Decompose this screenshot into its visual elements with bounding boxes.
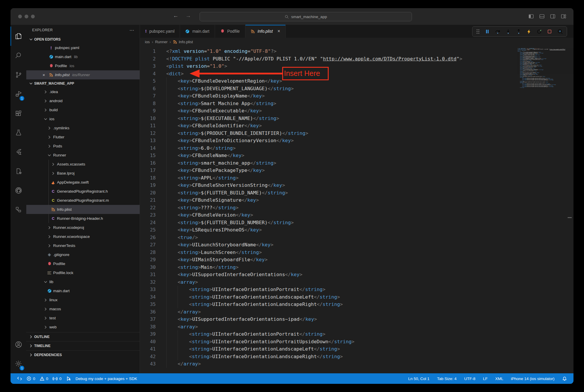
- code-line[interactable]: 26<true/>: [140, 234, 573, 241]
- code-line[interactable]: 43</array>: [140, 360, 573, 368]
- status-warnings[interactable]: 0: [40, 376, 48, 381]
- code-line[interactable]: 37<key>UISupportedInterfaceOrientations~…: [140, 316, 573, 323]
- tree-file-generatedpluginregistrant-m[interactable]: CGeneratedPluginRegistrant.m: [26, 196, 140, 205]
- code-line[interactable]: 32<array>: [140, 278, 573, 286]
- activity-extensions[interactable]: [11, 104, 26, 123]
- step-into-button[interactable]: [505, 29, 511, 35]
- code-line[interactable]: 21<key>CFBundleSignature</key>: [140, 196, 573, 204]
- tree-folder-runner-xcodeproj[interactable]: Runner.xcodeproj: [26, 223, 140, 232]
- tree-folder-assets-xcassets[interactable]: Assets.xcassets: [26, 160, 140, 169]
- pause-button[interactable]: [484, 29, 490, 34]
- toggle-panel-bottom[interactable]: [539, 13, 545, 19]
- section-outline[interactable]: OUTLINE: [26, 332, 140, 341]
- open-editors-header[interactable]: OPEN EDITORS: [26, 35, 140, 43]
- open-editor-item[interactable]: !pubspec.yaml: [26, 43, 140, 52]
- status-ports[interactable]: 0: [53, 376, 62, 381]
- step-out-button[interactable]: [516, 29, 522, 35]
- code-line[interactable]: 28<string>LaunchScreen</string>: [140, 249, 573, 256]
- open-editor-item[interactable]: Podfileios: [26, 61, 140, 70]
- code-line[interactable]: 31<key>UISupportedInterfaceOrientations<…: [140, 271, 573, 278]
- code-line[interactable]: 2<!DOCTYPE plist PUBLIC "-//Apple//DTD P…: [140, 55, 573, 63]
- toggle-layout-customize[interactable]: [561, 13, 566, 19]
- tree-folder-macos[interactable]: macos: [26, 304, 140, 313]
- more-actions-icon[interactable]: ⋯: [129, 27, 134, 33]
- code-line[interactable]: 18<string>APPL</string>: [140, 174, 573, 182]
- code-line[interactable]: 23<key>CFBundleVersion</key>: [140, 211, 573, 219]
- tree-file-podfile[interactable]: Podfile: [26, 259, 140, 268]
- inspector-button[interactable]: [557, 28, 563, 35]
- status-encoding[interactable]: UTF-8: [464, 377, 475, 381]
- tab-info-plist[interactable]: Info.plist×: [245, 25, 286, 38]
- breadcrumb-item[interactable]: Info.plist: [173, 40, 193, 44]
- tree-file-generatedpluginregistrant-h[interactable]: CGeneratedPluginRegistrant.h: [26, 187, 140, 196]
- status-eol[interactable]: LF: [483, 377, 488, 381]
- activity-github[interactable]: [11, 181, 26, 200]
- code-line[interactable]: 8<string>Smart Machine App</string>: [140, 100, 573, 107]
- breadcrumb-item[interactable]: ios: [145, 40, 150, 44]
- code-line[interactable]: 41<string>UIInterfaceOrientationLandscap…: [140, 345, 573, 353]
- activity-flutter[interactable]: [11, 142, 26, 161]
- zoom-window-button[interactable]: [31, 15, 35, 18]
- forward-arrow-icon[interactable]: →: [186, 13, 191, 19]
- code-editor[interactable]: 1<?xml version="1.0" encoding="UTF-8"?>2…: [140, 46, 573, 373]
- status-language-mode[interactable]: XML: [495, 377, 503, 381]
- close-icon[interactable]: ×: [40, 72, 48, 77]
- code-line[interactable]: 34<string>UIInterfaceOrientationLandscap…: [140, 293, 573, 301]
- status-cursor-position[interactable]: Ln 50, Col 1: [408, 377, 429, 381]
- tree-folder-pods[interactable]: Pods: [26, 142, 140, 151]
- code-line[interactable]: 5<key>CFBundleDevelopmentRegion</key>: [140, 77, 573, 85]
- activity-testing[interactable]: [11, 123, 26, 142]
- status-flutter-device[interactable]: iPhone 14 (ios simulator): [511, 377, 554, 381]
- activity-references[interactable]: [11, 200, 26, 219]
- breadcrumb-item[interactable]: Runner: [155, 40, 168, 44]
- activity-file-gear[interactable]: [11, 161, 26, 181]
- code-line[interactable]: 3<plist version="1.0">: [140, 62, 573, 70]
- status-debug-config[interactable]: Debug my code + packages + SDK: [76, 377, 137, 381]
- tree-folder--symlinks[interactable]: .symlinks: [26, 123, 140, 133]
- tree-file-runner-bridging-header-h[interactable]: CRunner-Bridging-Header.h: [26, 214, 140, 223]
- close-window-button[interactable]: [18, 15, 22, 18]
- code-line[interactable]: 16<string>smart_machine_app</string>: [140, 159, 573, 167]
- code-line[interactable]: 7<key>CFBundleDisplayName</key>: [140, 92, 573, 100]
- code-line[interactable]: 20<string>$(FLUTTER_BUILD_NAME)</string>: [140, 189, 573, 197]
- tree-file-info-plist[interactable]: Info.plist: [26, 205, 140, 214]
- toggle-panel-left[interactable]: [528, 13, 534, 19]
- code-line[interactable]: 9<key>CFBundleExecutable</key>: [140, 107, 573, 115]
- tree-folder-android[interactable]: android: [26, 96, 140, 105]
- code-line[interactable]: 24<string>$(FLUTTER_BUILD_NUMBER)</strin…: [140, 219, 573, 227]
- code-line[interactable]: 27<key>UILaunchStoryboardName</key>: [140, 241, 573, 249]
- project-root-header[interactable]: SMART_MACHINE_APP: [26, 79, 140, 87]
- code-line[interactable]: 42<string>UIInterfaceOrientationLandscap…: [140, 353, 573, 360]
- code-line[interactable]: 11<key>CFBundleIdentifier</key>: [140, 122, 573, 130]
- tree-folder-linux[interactable]: linux: [26, 295, 140, 304]
- tab-pubspec-yaml[interactable]: !pubspec.yaml: [140, 25, 180, 38]
- code-line[interactable]: 40<string>UIInterfaceOrientationPortrait…: [140, 338, 573, 346]
- toggle-panel-right[interactable]: [550, 13, 556, 19]
- tree-folder-test[interactable]: test: [26, 313, 140, 323]
- activity-search[interactable]: [11, 46, 26, 65]
- hot-reload-button[interactable]: [526, 29, 532, 35]
- code-line[interactable]: 38<array>: [140, 323, 573, 331]
- activity-explorer[interactable]: [11, 27, 26, 46]
- status-errors[interactable]: 0: [27, 376, 35, 381]
- tab-podfile[interactable]: Podfile: [215, 25, 245, 38]
- code-line[interactable]: 19<key>CFBundleShortVersionString</key>: [140, 182, 573, 189]
- tree-folder-runner[interactable]: Runner: [26, 151, 140, 160]
- code-line[interactable]: 13<key>CFBundleInfoDictionaryVersion</ke…: [140, 137, 573, 144]
- tree-folder-runnertests[interactable]: RunnerTests: [26, 241, 140, 250]
- activity-run-debug[interactable]: 1: [11, 84, 26, 104]
- open-editor-item[interactable]: ×Info.plistios/Runner: [26, 70, 140, 79]
- activity-settings[interactable]: 1: [11, 354, 26, 373]
- tree-folder-ios[interactable]: ios: [26, 114, 140, 123]
- tree-folder-lib[interactable]: lib: [26, 277, 140, 286]
- status-remote-indicator[interactable]: [17, 376, 22, 381]
- status-debug-start[interactable]: [66, 376, 71, 381]
- tree-file-main-dart[interactable]: main.dart: [26, 286, 140, 295]
- code-line[interactable]: 33<string>UIInterfaceOrientationPortrait…: [140, 286, 573, 293]
- code-line[interactable]: 17<key>CFBundlePackageType</key>: [140, 167, 573, 174]
- tree-folder-flutter[interactable]: Flutter: [26, 133, 140, 142]
- code-line[interactable]: 22<string>????</string>: [140, 204, 573, 212]
- code-line[interactable]: 6<string>$(DEVELOPMENT_LANGUAGE)</string…: [140, 85, 573, 93]
- minimize-window-button[interactable]: [25, 15, 28, 18]
- tree-folder-base-lproj[interactable]: Base.lproj: [26, 169, 140, 178]
